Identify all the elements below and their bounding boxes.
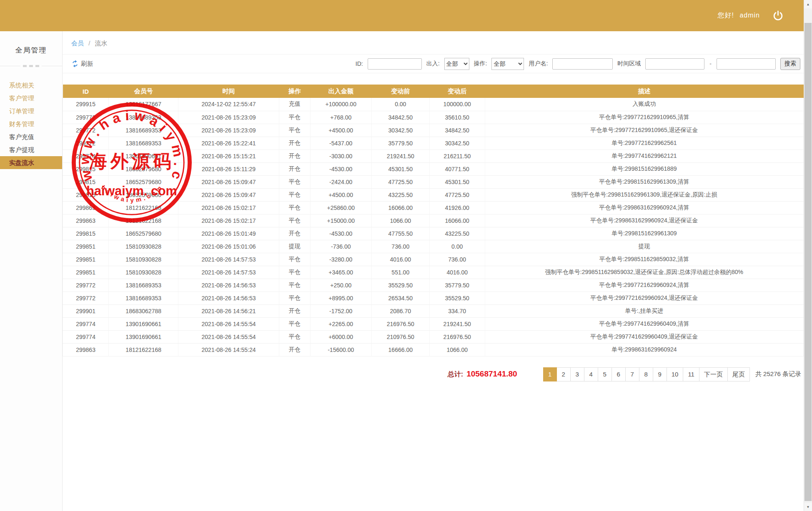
cell-operation: 平仓 bbox=[279, 188, 310, 201]
sidebar-item-customer[interactable]: 客户管理 bbox=[0, 92, 62, 105]
cell-id: 299815 bbox=[63, 175, 109, 188]
cell-id: 299851 bbox=[63, 266, 109, 279]
scrollbar-down-arrow[interactable]: ▼ bbox=[804, 503, 812, 511]
cell-before: 16666.00 bbox=[371, 343, 429, 356]
refresh-button[interactable]: 刷新 bbox=[71, 60, 93, 68]
cell-id: 299772 bbox=[63, 292, 109, 304]
table-row: 299774139016906612021-08-26 14:55:54平仓+2… bbox=[63, 317, 804, 330]
cell-before: 35529.50 bbox=[371, 279, 429, 292]
cell-amount: -4530.00 bbox=[310, 162, 371, 175]
next-page-button[interactable]: 下一页 bbox=[699, 367, 728, 381]
breadcrumb-link-member[interactable]: 会员 bbox=[71, 40, 84, 47]
cell-id: 299851 bbox=[63, 240, 109, 253]
breadcrumb-current: 流水 bbox=[95, 40, 108, 47]
cell-member-no: 13901690661 bbox=[109, 330, 178, 343]
page-button-11[interactable]: 11 bbox=[683, 367, 699, 381]
cell-amount: -3280.00 bbox=[310, 253, 371, 266]
table-row: 299863181216221682021-08-26 15:02:17平仓+1… bbox=[63, 214, 804, 227]
username-filter-label: 用户名: bbox=[529, 60, 548, 67]
cell-member-no: 13616177667 bbox=[109, 98, 178, 111]
table-row: 299815186525796802021-08-26 15:09:47平仓+4… bbox=[63, 188, 804, 201]
cell-amount: +100000.00 bbox=[310, 98, 371, 111]
cell-operation: 开仓 bbox=[279, 162, 310, 175]
scrollbar-up-arrow[interactable]: ▲ bbox=[804, 0, 812, 8]
page-button-6[interactable]: 6 bbox=[612, 367, 626, 381]
cell-member-no: 13901690661 bbox=[109, 150, 178, 162]
cell-after: 35779.50 bbox=[429, 279, 485, 292]
cell-after: 34842.50 bbox=[429, 124, 485, 137]
sidebar-item-withdraw[interactable]: 客户提现 bbox=[0, 143, 62, 156]
cell-operation: 平仓 bbox=[279, 317, 310, 330]
content-panel: 刷新 ID: 出入: 全部 操作: 全部 用户名: 时间区域 - 搜索 bbox=[63, 54, 804, 381]
cell-id: 299915 bbox=[63, 98, 109, 111]
page-button-7[interactable]: 7 bbox=[626, 367, 639, 381]
cell-operation: 平仓 bbox=[279, 175, 310, 188]
cell-time: 2021-08-26 14:56:53 bbox=[178, 292, 279, 304]
cell-before: 43225.50 bbox=[371, 188, 429, 201]
pagination: 1234567891011下一页尾页 bbox=[543, 367, 750, 381]
cell-description: 强制平仓单号:2998151629961309,退还保证金,原因:止损 bbox=[485, 188, 803, 201]
cell-description: 平仓单号:2998511629859032,清算 bbox=[485, 253, 803, 266]
sidebar-divider bbox=[0, 65, 62, 67]
page-button-4[interactable]: 4 bbox=[584, 367, 598, 381]
cell-operation: 开仓 bbox=[279, 150, 310, 162]
cell-member-no: 18121622168 bbox=[109, 343, 178, 356]
cell-operation: 充值 bbox=[279, 98, 310, 111]
cell-operation: 开仓 bbox=[279, 304, 310, 317]
sidebar-item-recharge[interactable]: 客户充值 bbox=[0, 130, 62, 143]
page-button-1[interactable]: 1 bbox=[543, 367, 557, 381]
cell-before: 47755.50 bbox=[371, 227, 429, 240]
cell-after: 35529.50 bbox=[429, 292, 485, 304]
cell-id: 299901 bbox=[63, 304, 109, 317]
scrollbar-thumb[interactable] bbox=[804, 23, 812, 501]
last-page-button[interactable]: 尾页 bbox=[728, 367, 750, 381]
cell-id: 299851 bbox=[63, 253, 109, 266]
time-start-input[interactable] bbox=[645, 58, 704, 70]
page-button-9[interactable]: 9 bbox=[653, 367, 667, 381]
username-filter-input[interactable] bbox=[552, 58, 613, 70]
cell-id: 299815 bbox=[63, 162, 109, 175]
cell-description: 平仓单号:2997721629910965,清算 bbox=[485, 111, 803, 124]
cell-before: 35779.50 bbox=[371, 137, 429, 150]
time-end-input[interactable] bbox=[717, 58, 776, 70]
cell-description: 平仓单号:2997721629960924,退还保证金 bbox=[485, 292, 803, 304]
cell-time: 2021-08-26 15:09:47 bbox=[178, 188, 279, 201]
id-filter-input[interactable] bbox=[368, 58, 422, 70]
sidebar-item-system[interactable]: 系统相关 bbox=[0, 79, 62, 92]
cell-before: 4016.00 bbox=[371, 253, 429, 266]
page-button-3[interactable]: 3 bbox=[571, 367, 584, 381]
col-header-0: ID bbox=[63, 85, 109, 98]
cell-member-no: 13816689353 bbox=[109, 137, 178, 150]
cell-member-no: 18683062788 bbox=[109, 304, 178, 317]
page-button-2[interactable]: 2 bbox=[557, 367, 571, 381]
cell-operation: 平仓 bbox=[279, 111, 310, 124]
cell-id: 299774 bbox=[63, 330, 109, 343]
cell-time: 2024-12-02 12:55:47 bbox=[178, 98, 279, 111]
cell-operation: 平仓 bbox=[279, 279, 310, 292]
cell-member-no: 15810930828 bbox=[109, 253, 178, 266]
cell-description: 平仓单号:2998151629961309,清算 bbox=[485, 175, 803, 188]
cell-description: 单号:2997741629962121 bbox=[485, 150, 803, 162]
sidebar-item-finance[interactable]: 财务管理 bbox=[0, 117, 62, 130]
op-filter-select[interactable]: 全部 bbox=[491, 58, 524, 70]
cell-description: 单号:2997721629962561 bbox=[485, 137, 803, 150]
vertical-scrollbar: ▲ ▼ bbox=[804, 0, 812, 511]
cell-id: 299772 bbox=[63, 137, 109, 150]
cell-description: 平仓单号:2998631629960924,清算 bbox=[485, 201, 803, 214]
search-button[interactable]: 搜索 bbox=[780, 58, 800, 70]
cell-member-no: 13901690661 bbox=[109, 317, 178, 330]
cell-after: 736.00 bbox=[429, 253, 485, 266]
sidebar-item-flow[interactable]: 实盘流水 bbox=[0, 156, 62, 169]
cell-time: 2021-08-26 15:01:06 bbox=[178, 240, 279, 253]
sidebar-item-orders[interactable]: 订单管理 bbox=[0, 105, 62, 117]
inout-filter-select[interactable]: 全部 bbox=[444, 58, 469, 70]
cell-after: 16066.00 bbox=[429, 214, 485, 227]
cell-amount: -15600.00 bbox=[310, 343, 371, 356]
cell-description: 单号:2998151629961309 bbox=[485, 227, 803, 240]
logout-power-icon[interactable] bbox=[772, 10, 784, 21]
cell-amount: -2424.00 bbox=[310, 175, 371, 188]
cell-amount: +3465.00 bbox=[310, 266, 371, 279]
page-button-10[interactable]: 10 bbox=[667, 367, 684, 381]
page-button-8[interactable]: 8 bbox=[639, 367, 653, 381]
page-button-5[interactable]: 5 bbox=[598, 367, 612, 381]
